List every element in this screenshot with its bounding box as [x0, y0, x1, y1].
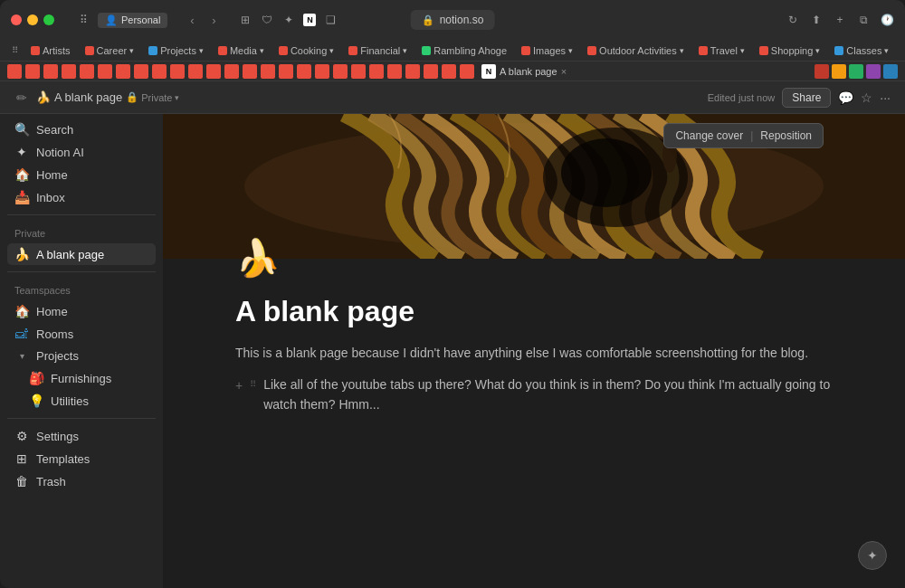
favicon-26[interactable] — [460, 64, 474, 79]
favicon-5[interactable] — [80, 64, 94, 79]
sidebar-item-ts-rooms[interactable]: 🛋 Rooms — [7, 323, 156, 345]
workspace-label: Personal — [121, 14, 160, 25]
favicon-7[interactable] — [116, 64, 130, 79]
favicon-9[interactable] — [152, 64, 167, 79]
sidebar-item-ts-furnishings[interactable]: 🎒 Furnishings — [7, 367, 156, 389]
sidebar-item-ts-home[interactable]: 🏠 Home — [7, 300, 156, 322]
more-options-icon[interactable]: ··· — [880, 90, 891, 105]
favicon-24[interactable] — [424, 64, 438, 79]
favicon-3[interactable] — [43, 64, 58, 79]
favicon-extra-1[interactable] — [814, 64, 829, 79]
back-button[interactable]: ‹ — [182, 10, 202, 30]
favicon-20[interactable] — [351, 64, 366, 79]
sidebar-item-notion-ai[interactable]: ✦ Notion AI — [7, 141, 156, 163]
favicon-extra-3[interactable] — [849, 64, 863, 79]
minimize-button[interactable] — [27, 14, 38, 25]
change-cover-label[interactable]: Change cover — [675, 129, 743, 142]
favicon-15[interactable] — [261, 64, 275, 79]
grid-icon[interactable]: ⠿ — [76, 13, 90, 27]
chevron-icon: ▾ — [568, 46, 573, 55]
share-button[interactable]: Share — [782, 88, 831, 108]
sidebar-item-blank-page[interactable]: 🍌 A blank page — [7, 243, 156, 265]
sparkle-icon[interactable]: ✦ — [281, 13, 296, 27]
bookmark-media[interactable]: Media ▾ — [213, 43, 270, 58]
new-tab-icon[interactable]: + — [833, 13, 847, 27]
bookmark-classes[interactable]: Classes ▾ — [829, 43, 894, 58]
sidebar-item-settings[interactable]: ⚙ Settings — [7, 425, 156, 447]
sidebar-item-inbox[interactable]: 📥 Inbox — [7, 186, 156, 208]
favicon-12[interactable] — [206, 64, 221, 79]
favicon-extra-5[interactable] — [883, 64, 898, 79]
page-emoji[interactable]: 🍌 — [235, 237, 833, 280]
notion-icon[interactable]: N — [303, 14, 316, 26]
lock-badge[interactable]: 🔒 Private ▾ — [126, 91, 179, 103]
sidebar-item-templates[interactable]: ⊞ Templates — [7, 448, 156, 469]
bookmark-cooking[interactable]: Cooking ▾ — [273, 43, 339, 58]
favicon-19[interactable] — [333, 64, 348, 79]
favicon-16[interactable] — [279, 64, 293, 79]
favicon-2[interactable] — [25, 64, 40, 79]
bookmark-label: Shopping — [771, 45, 814, 56]
star-icon[interactable]: ☆ — [861, 90, 872, 105]
sidebar-item-trash[interactable]: 🗑 Trash — [7, 470, 156, 492]
reposition-label[interactable]: Reposition — [760, 129, 812, 142]
favicon-8[interactable] — [134, 64, 148, 79]
forward-button[interactable]: › — [204, 10, 224, 30]
bookmark-icon — [218, 46, 227, 55]
fullscreen-button[interactable] — [43, 14, 54, 25]
favicon-notion[interactable]: N — [481, 64, 496, 79]
sidebar-home-label: Home — [36, 168, 68, 182]
favicon-14[interactable] — [243, 64, 257, 79]
close-button[interactable] — [11, 14, 22, 25]
history-icon[interactable]: 🕐 — [880, 13, 894, 27]
bookmark-travel[interactable]: Travel ▾ — [693, 43, 750, 58]
bookmark-projects[interactable]: Projects ▾ — [143, 43, 209, 58]
sidebar-toggle-icon[interactable]: ⧉ — [856, 13, 871, 27]
workspace-badge[interactable]: 👤 Personal — [98, 13, 167, 28]
favicon-17[interactable] — [297, 64, 311, 79]
favicon-4[interactable] — [62, 64, 76, 79]
apps-icon[interactable]: ⠿ — [7, 43, 22, 58]
favicon-18[interactable] — [315, 64, 329, 79]
bookmark-shopping[interactable]: Shopping ▾ — [754, 43, 826, 58]
favicon-6[interactable] — [98, 64, 112, 79]
favicon-11[interactable] — [188, 64, 203, 79]
note-icon[interactable]: ❑ — [323, 13, 338, 27]
shield-icon[interactable]: 🛡 — [260, 13, 274, 27]
add-block-button[interactable]: + — [235, 375, 243, 395]
bookmark-images[interactable]: Images ▾ — [516, 43, 578, 58]
bookmark-label: Career — [97, 45, 128, 56]
favicon-extra-4[interactable] — [866, 64, 881, 79]
sidebar-item-ts-utilities[interactable]: 💡 Utilities — [7, 390, 156, 412]
favicon-1[interactable] — [7, 64, 22, 79]
active-tab-label[interactable]: A blank page — [500, 66, 557, 77]
favicon-10[interactable] — [170, 64, 185, 79]
bookmark-financial[interactable]: Financial ▾ — [343, 43, 413, 58]
sidebar-item-home[interactable]: 🏠 Home — [7, 164, 156, 185]
favicon-22[interactable] — [387, 64, 402, 79]
share-icon[interactable]: ⬆ — [809, 13, 824, 27]
notion-ai-float-button[interactable]: ✦ — [858, 541, 887, 570]
sidebar-item-search[interactable]: 🔍 Search — [7, 119, 156, 140]
sidebar-divider-3 — [7, 418, 156, 419]
sidebar-item-ts-projects[interactable]: ▾ Projects — [7, 346, 156, 366]
bookmark-career[interactable]: Career ▾ — [80, 43, 140, 58]
favicon-23[interactable] — [405, 64, 420, 79]
address-bar[interactable]: 🔒 notion.so — [411, 10, 495, 30]
bookmark-rambling[interactable]: Rambling Ahoge — [416, 43, 512, 58]
drag-handle[interactable]: ⠿ — [250, 377, 256, 392]
person-icon: 👤 — [105, 14, 118, 26]
edit-icon[interactable]: ✏ — [14, 90, 29, 105]
comment-icon[interactable]: 💬 — [838, 90, 853, 105]
favicon-25[interactable] — [442, 64, 456, 79]
bookmark-artists[interactable]: Artists — [25, 43, 76, 58]
favicon-extra-2[interactable] — [832, 64, 846, 79]
ts-home-icon: 🏠 — [14, 304, 29, 318]
reload-icon[interactable]: ↻ — [786, 13, 800, 27]
bookmark-outdoor[interactable]: Outdoor Activities ▾ — [582, 43, 690, 58]
favicon-13[interactable] — [224, 64, 239, 79]
favicon-21[interactable] — [369, 64, 384, 79]
tab-close[interactable]: × — [561, 66, 567, 77]
bookmark-icon — [587, 46, 596, 55]
extensions-icon[interactable]: ⊞ — [238, 13, 252, 27]
